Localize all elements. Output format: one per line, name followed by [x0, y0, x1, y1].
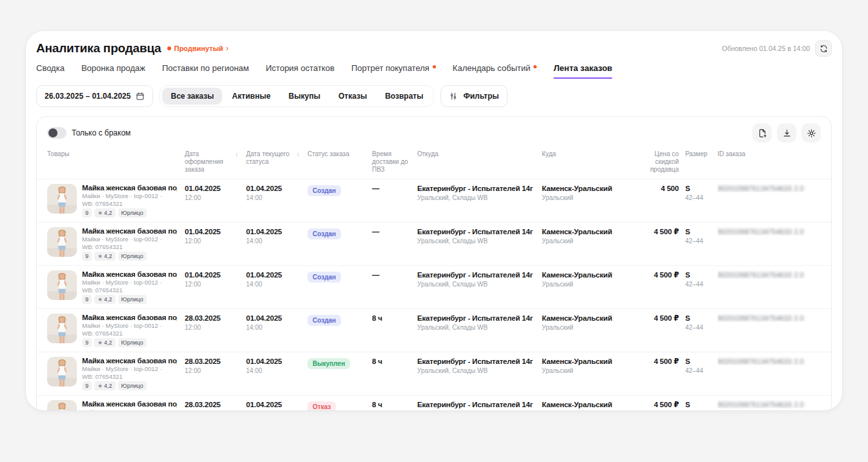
size-cell: S 42–44: [685, 357, 718, 375]
segment-label: Отказы: [338, 92, 367, 101]
size: S: [685, 400, 710, 409]
product-subtitle: Майки · MyStore · top-0012 ·: [82, 279, 177, 286]
product-info: Майка женская базовая под пи… Майки · My…: [82, 184, 177, 217]
product-image: [47, 357, 77, 387]
entity-badge: Юрлицо: [118, 208, 147, 217]
date-range-button[interactable]: 26.03.2025 – 01.04.2025: [36, 85, 153, 107]
column-label: Время доставки до ПВЗ: [372, 150, 409, 174]
status-date-cell: 01.04.2025 14:00: [246, 357, 307, 375]
segment-button[interactable]: Все заказы: [162, 88, 222, 105]
tab[interactable]: Поставки по регионам: [162, 61, 249, 79]
download-button[interactable]: [777, 123, 796, 143]
table-row[interactable]: Майка женская базовая под пи… Майки · My…: [37, 395, 831, 410]
order-date: 28.03.2025: [185, 400, 238, 409]
column-header[interactable]: Дата текущего статуса ↓: [246, 150, 307, 174]
origin-cell: Екатеринбург - Испытателей 14г Уральский…: [417, 400, 542, 410]
sort-down-icon: ↓: [296, 150, 300, 158]
star-icon: ★: [98, 296, 103, 303]
rating-badge: ★4,2: [94, 295, 116, 304]
order-date-cell: 28.03.2025 12:00: [185, 314, 246, 332]
column-header[interactable]: Дата оформления заказа ↓: [185, 150, 246, 174]
table-body: Майка женская базовая под пи… Майки · My…: [37, 179, 831, 410]
order-id-redacted: 9020109876134754633 2.0: [718, 358, 813, 365]
product-image: [47, 400, 77, 410]
column-label: Дата оформления заказа: [185, 150, 233, 174]
refresh-button[interactable]: [815, 40, 832, 57]
product-subtitle: Майки · MyStore · top-0012 ·: [82, 322, 177, 330]
product-badges: 9 ★4,2 Юрлицо: [82, 295, 177, 304]
status-time: 14:00: [246, 324, 300, 332]
tab-label: Сводка: [36, 63, 65, 73]
origin-cell: Екатеринбург - Испытателей 14г Уральский…: [417, 184, 542, 202]
table-row[interactable]: Майка женская базовая под пи… Майки · My…: [37, 222, 831, 265]
product-cell: Майка женская базовая под пи… Майки · My…: [47, 184, 185, 217]
order-id-cell: 9020109876134754633 2.0: [718, 357, 821, 365]
price-cell: 4 500 ₽: [637, 270, 685, 279]
segment-button[interactable]: Выкупы: [280, 88, 329, 105]
product-badges: 9 ★4,2 Юрлицо: [82, 252, 177, 261]
size-range: 42–44: [685, 281, 710, 288]
origin-region: Уральский, Склады WB: [417, 281, 534, 288]
destination-region: Уральский: [542, 324, 629, 332]
tab[interactable]: История остатков: [266, 61, 335, 79]
order-time: 12:00: [185, 324, 238, 332]
tab[interactable]: Календарь событий: [453, 61, 537, 79]
origin: Екатеринбург - Испытателей 14г: [417, 314, 534, 323]
date-range-label: 26.03.2025 – 01.04.2025: [45, 92, 130, 101]
tab[interactable]: Лента заказов: [553, 61, 612, 79]
order-id-redacted: 9020109876134754633 2.0: [718, 272, 813, 279]
filter-row: 26.03.2025 – 01.04.2025 Все заказы Актив…: [36, 85, 832, 107]
table-row[interactable]: Майка женская базовая под пи… Майки · My…: [37, 352, 831, 395]
star-icon: ★: [98, 210, 103, 216]
column-header[interactable]: Цена со скидкой продавца ↓: [637, 150, 685, 174]
defect-only-toggle[interactable]: Только с браком: [47, 127, 130, 139]
column-header[interactable]: ID заказа ↓: [718, 150, 821, 174]
column-header[interactable]: Куда ↓: [542, 150, 637, 174]
rating-badge: ★4,2: [94, 381, 116, 390]
export-report-button[interactable]: [752, 123, 772, 143]
status-date: 01.04.2025: [246, 227, 300, 236]
price: 4 500 ₽: [637, 270, 679, 279]
product-title: Майка женская базовая под пи…: [82, 184, 177, 192]
tab[interactable]: Сводка: [36, 61, 65, 79]
table-row[interactable]: Майка женская базовая под пи… Майки · My…: [37, 265, 831, 308]
file-export-icon: [758, 128, 767, 138]
tab[interactable]: Портрет покупателя: [351, 61, 436, 79]
column-header[interactable]: Время доставки до ПВЗ ↓: [372, 150, 417, 174]
rating-badge: ★4,2: [94, 252, 116, 261]
destination: Каменск-Уральский: [542, 400, 629, 409]
product-title: Майка женская базовая под пи…: [82, 314, 177, 322]
destination-cell: Каменск-Уральский Уральский: [542, 227, 637, 245]
segment-label: Возвраты: [385, 92, 423, 101]
order-date: 01.04.2025: [185, 227, 238, 236]
segment-button[interactable]: Возвраты: [377, 88, 431, 105]
order-id-redacted: 9020109876134754633 2.0: [718, 228, 813, 236]
delivery-time-cell: 8 ч: [372, 357, 417, 366]
sliders-icon: [449, 92, 458, 101]
table-row[interactable]: Майка женская базовая под пи… Майки · My…: [37, 179, 831, 222]
table-settings-button[interactable]: [801, 123, 821, 143]
status-time: 14:00: [246, 281, 300, 288]
segment-button[interactable]: Активные: [223, 88, 278, 105]
product-subtitle: Майки · MyStore · top-0012 ·: [82, 236, 177, 243]
delivery-time: —: [372, 227, 409, 236]
column-header[interactable]: Товары ↓: [47, 150, 185, 174]
segment-button[interactable]: Отказы: [330, 88, 375, 105]
plan-badge[interactable]: Продвинутый ›: [167, 45, 228, 52]
entity-badge: Юрлицо: [118, 252, 147, 261]
table-row[interactable]: Майка женская базовая под пи… Майки · My…: [37, 308, 831, 352]
origin: Екатеринбург - Испытателей 14г: [417, 184, 534, 193]
status-badge: Отказ: [307, 401, 336, 410]
filters-button[interactable]: Фильтры: [440, 85, 507, 107]
order-date-cell: 01.04.2025 12:00: [185, 184, 246, 202]
product-info: Майка женская базовая под пи… Майки · My…: [82, 400, 177, 410]
tab[interactable]: Воронка продаж: [81, 61, 145, 79]
status-badge: Создан: [307, 185, 341, 196]
card-header: Аналитика продавца Продвинутый › Обновле…: [36, 40, 832, 57]
column-header[interactable]: Статус заказа ↓: [307, 150, 372, 174]
delivery-time-cell: 8 ч: [372, 314, 417, 323]
status-time: 14:00: [246, 367, 300, 375]
column-header[interactable]: Откуда ↓: [417, 150, 542, 174]
order-time: 12:00: [185, 237, 238, 245]
column-header[interactable]: Размер ↓: [685, 150, 718, 174]
